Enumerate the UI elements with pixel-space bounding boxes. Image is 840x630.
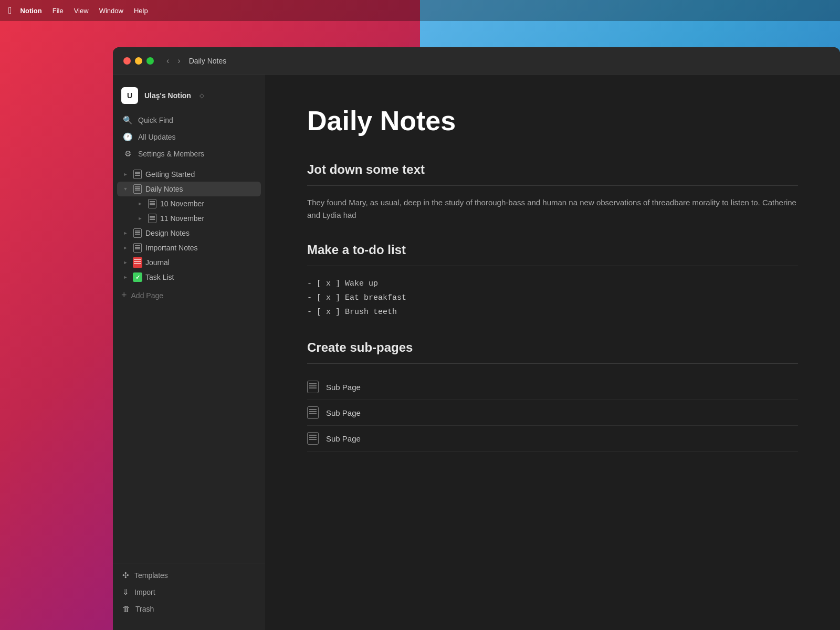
todo-item-3: - [ x ] Brush teeth xyxy=(307,305,798,319)
subpage-label-2: Sub Page xyxy=(326,408,361,417)
sidebar: U Ulaş's Notion ◇ 🔍 Quick Find 🕐 All Upd… xyxy=(113,75,265,630)
sidebar-item-important-notes[interactable]: ► Important Notes xyxy=(117,240,261,255)
sidebar-nav: 🔍 Quick Find 🕐 All Updates ⚙ Settings & … xyxy=(113,112,265,163)
arrow-icon: ► xyxy=(121,170,130,178)
sidebar-item-11-november[interactable]: ► 11 November xyxy=(117,211,261,226)
subpage-doc-icon xyxy=(307,406,319,419)
nav-forward-button[interactable]: › xyxy=(175,55,182,67)
page-label: Task List xyxy=(145,273,174,281)
arrow-icon: ► xyxy=(121,258,130,267)
todo-item-2: - [ x ] Eat breakfast xyxy=(307,291,798,305)
menu-bar-items: Notion File View Window Help xyxy=(20,7,148,15)
subpages-list: Sub Page Sub Page Sub Page xyxy=(307,374,798,452)
paragraph-content: They found Mary, as usual, deep in the s… xyxy=(307,196,798,222)
sidebar-item-settings[interactable]: ⚙ Settings & Members xyxy=(117,146,261,162)
arrow-icon: ► xyxy=(121,273,130,281)
sidebar-pages: ► Getting Started ▼ Daily Notes ► 10 Nov… xyxy=(113,167,265,285)
arrow-icon: ► xyxy=(121,244,130,252)
subpage-label-1: Sub Page xyxy=(326,383,361,392)
section-heading-jot: Jot down some text xyxy=(307,162,798,177)
menu-window[interactable]: Window xyxy=(99,7,123,15)
arrow-expanded-icon: ▼ xyxy=(121,185,130,193)
add-icon: + xyxy=(121,290,127,301)
subpage-item-1[interactable]: Sub Page xyxy=(307,374,798,400)
sidebar-item-10-november[interactable]: ► 10 November xyxy=(117,196,261,211)
sidebar-item-settings-label: Settings & Members xyxy=(138,150,204,158)
section-heading-subpages: Create sub-pages xyxy=(307,340,798,355)
import-label: Import xyxy=(134,588,155,596)
menu-bar:  Notion File View Window Help xyxy=(0,0,840,21)
arrow-icon: ► xyxy=(136,200,144,208)
todo-item-1: - [ x ] Wake up xyxy=(307,277,798,291)
window-title: Daily Notes xyxy=(189,57,227,65)
menu-notion[interactable]: Notion xyxy=(20,7,42,15)
title-bar: ‹ › Daily Notes xyxy=(113,47,840,75)
page-icon xyxy=(133,228,142,238)
sidebar-bottom: ✣ Templates ⇓ Import 🗑 Trash xyxy=(113,563,265,622)
section-sub-pages: Create sub-pages Sub Page Sub Page Sub P… xyxy=(307,340,798,452)
nav-back-button[interactable]: ‹ xyxy=(164,55,171,67)
task-icon xyxy=(133,272,142,282)
menu-help[interactable]: Help xyxy=(134,7,148,15)
main-content: Daily Notes Jot down some text They foun… xyxy=(265,75,840,630)
templates-icon: ✣ xyxy=(122,571,129,580)
app-window: ‹ › Daily Notes U Ulaş's Notion ◇ 🔍 Quic… xyxy=(113,47,840,630)
sidebar-item-design-notes[interactable]: ► Design Notes xyxy=(117,226,261,240)
maximize-button[interactable] xyxy=(146,57,154,65)
section-heading-todo: Make a to-do list xyxy=(307,243,798,257)
page-label: Daily Notes xyxy=(145,185,183,193)
section-divider xyxy=(307,185,798,186)
sidebar-item-trash[interactable]: 🗑 Trash xyxy=(117,601,261,616)
page-icon xyxy=(133,170,142,179)
workspace-icon: U xyxy=(121,87,138,104)
sidebar-item-task-list[interactable]: ► Task List xyxy=(117,270,261,285)
workspace-header[interactable]: U Ulaş's Notion ◇ xyxy=(113,83,265,112)
app-body: U Ulaş's Notion ◇ 🔍 Quick Find 🕐 All Upd… xyxy=(113,75,840,630)
nav-buttons: ‹ › xyxy=(164,55,183,67)
section-divider-subpages xyxy=(307,363,798,364)
import-icon: ⇓ xyxy=(122,587,129,597)
subpage-item-3[interactable]: Sub Page xyxy=(307,426,798,452)
todo-list: - [ x ] Wake up - [ x ] Eat breakfast - … xyxy=(307,277,798,319)
sidebar-item-import[interactable]: ⇓ Import xyxy=(117,584,261,600)
gear-icon: ⚙ xyxy=(122,149,133,159)
sidebar-item-all-updates-label: All Updates xyxy=(138,133,176,141)
workspace-name: Ulaş's Notion xyxy=(144,91,191,100)
subpage-label-3: Sub Page xyxy=(326,434,361,443)
sidebar-item-getting-started[interactable]: ► Getting Started xyxy=(117,167,261,182)
sidebar-item-journal[interactable]: ► Journal xyxy=(117,255,261,270)
sidebar-item-templates[interactable]: ✣ Templates xyxy=(117,568,261,583)
menu-file[interactable]: File xyxy=(52,7,64,15)
page-icon xyxy=(148,214,157,223)
sidebar-item-daily-notes[interactable]: ▼ Daily Notes xyxy=(117,182,261,196)
workspace-chevron-icon: ◇ xyxy=(200,92,204,99)
journal-icon xyxy=(133,258,142,267)
page-label: Important Notes xyxy=(145,244,198,252)
apple-menu-icon[interactable]:  xyxy=(8,5,12,16)
sidebar-item-all-updates[interactable]: 🕐 All Updates xyxy=(117,129,261,145)
page-label: Getting Started xyxy=(145,170,195,178)
page-icon xyxy=(133,184,142,194)
templates-label: Templates xyxy=(134,571,168,580)
minimize-button[interactable] xyxy=(135,57,142,65)
add-page-label: Add Page xyxy=(131,291,164,300)
page-label: 11 November xyxy=(160,214,204,223)
sidebar-item-quick-find-label: Quick Find xyxy=(138,116,173,124)
sidebar-item-quick-find[interactable]: 🔍 Quick Find xyxy=(117,112,261,128)
section-divider-todo xyxy=(307,266,798,266)
page-icon xyxy=(133,243,142,253)
subpage-doc-icon xyxy=(307,432,319,445)
add-page-button[interactable]: + Add Page xyxy=(113,287,265,304)
page-label: 10 November xyxy=(160,200,204,208)
subpage-item-2[interactable]: Sub Page xyxy=(307,400,798,426)
section-todo: Make a to-do list - [ x ] Wake up - [ x … xyxy=(307,243,798,319)
close-button[interactable] xyxy=(123,57,131,65)
subpage-doc-icon xyxy=(307,381,319,393)
traffic-lights xyxy=(123,57,154,65)
page-label: Journal xyxy=(145,258,170,267)
menu-view[interactable]: View xyxy=(74,7,89,15)
search-icon: 🔍 xyxy=(122,116,133,125)
trash-label: Trash xyxy=(135,605,154,613)
clock-icon: 🕐 xyxy=(122,132,133,142)
page-title: Daily Notes xyxy=(307,106,798,136)
